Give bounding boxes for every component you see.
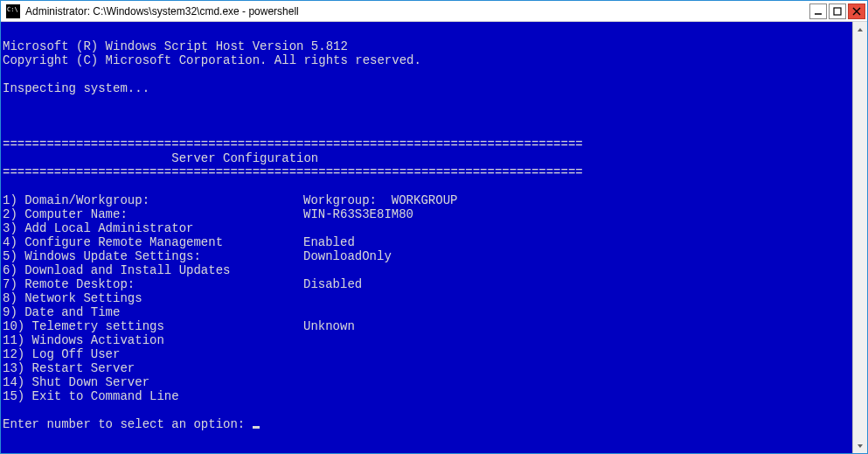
- menu-item-value: Unknown: [303, 319, 852, 333]
- scroll-track[interactable]: [853, 37, 867, 438]
- menu-row: 7) Remote Desktop:Disabled: [3, 277, 852, 291]
- menu-item-value: [303, 305, 852, 319]
- menu-item-label: 11) Windows Activation: [3, 333, 303, 347]
- console-output[interactable]: Microsoft (R) Windows Script Host Versio…: [1, 22, 852, 453]
- menu-item-label: 15) Exit to Command Line: [3, 389, 303, 403]
- close-button[interactable]: [848, 3, 865, 19]
- menu-item-value: [303, 347, 852, 361]
- menu-item-label: 10) Telemetry settings: [3, 319, 303, 333]
- console-body: Microsoft (R) Windows Script Host Versio…: [1, 22, 867, 453]
- menu-row: 6) Download and Install Updates: [3, 263, 852, 277]
- menu-item-label: 7) Remote Desktop:: [3, 277, 303, 291]
- window-title: Administrator: C:\Windows\system32\cmd.e…: [24, 5, 809, 17]
- menu-item-label: 14) Shut Down Server: [3, 375, 303, 389]
- window-controls: [809, 3, 865, 19]
- copyright-line: Copyright (C) Microsoft Corporation. All…: [3, 53, 421, 67]
- command-window: Administrator: C:\Windows\system32\cmd.e…: [0, 0, 868, 454]
- menu-row: 12) Log Off User: [3, 347, 852, 361]
- menu-item-label: 9) Date and Time: [3, 305, 303, 319]
- minimize-button[interactable]: [809, 3, 827, 19]
- menu-row: 10) Telemetry settingsUnknown: [3, 319, 852, 333]
- menu-row: 3) Add Local Administrator: [3, 221, 852, 235]
- menu-row: 15) Exit to Command Line: [3, 389, 852, 403]
- menu-item-value: DownloadOnly: [303, 249, 852, 263]
- text-cursor: [253, 426, 260, 429]
- menu-item-value: Workgroup: WORKGROUP: [303, 193, 852, 207]
- svg-marker-5: [858, 444, 863, 448]
- menu-row: 13) Restart Server: [3, 361, 852, 375]
- input-prompt: Enter number to select an option:: [3, 417, 253, 431]
- menu-row: 1) Domain/Workgroup:Workgroup: WORKGROUP: [3, 193, 852, 207]
- svg-rect-1: [834, 8, 841, 15]
- scroll-up-arrow[interactable]: [853, 22, 867, 37]
- menu-item-value: [303, 333, 852, 347]
- menu-item-label: 1) Domain/Workgroup:: [3, 193, 303, 207]
- menu-item-label: 13) Restart Server: [3, 361, 303, 375]
- config-title: Server Configuration: [3, 151, 318, 165]
- menu-item-label: 6) Download and Install Updates: [3, 263, 303, 277]
- menu-list: 1) Domain/Workgroup:Workgroup: WORKGROUP…: [3, 193, 852, 403]
- menu-item-label: 5) Windows Update Settings:: [3, 249, 303, 263]
- inspecting-line: Inspecting system...: [3, 81, 149, 95]
- menu-row: 9) Date and Time: [3, 305, 852, 319]
- menu-item-value: Disabled: [303, 277, 852, 291]
- menu-item-label: 8) Network Settings: [3, 291, 303, 305]
- menu-row: 11) Windows Activation: [3, 333, 852, 347]
- divider-bottom: ========================================…: [3, 165, 583, 179]
- menu-item-value: Enabled: [303, 235, 852, 249]
- menu-row: 5) Windows Update Settings:DownloadOnly: [3, 249, 852, 263]
- menu-item-value: [303, 291, 852, 305]
- menu-item-label: 3) Add Local Administrator: [3, 221, 303, 235]
- menu-item-label: 4) Configure Remote Management: [3, 235, 303, 249]
- vertical-scrollbar[interactable]: [852, 22, 867, 453]
- menu-item-value: [303, 361, 852, 375]
- menu-row: 2) Computer Name:WIN-R63S3E8IM80: [3, 207, 852, 221]
- maximize-button[interactable]: [829, 3, 846, 19]
- menu-row: 8) Network Settings: [3, 291, 852, 305]
- cmd-icon: [6, 4, 20, 18]
- menu-item-value: WIN-R63S3E8IM80: [303, 207, 852, 221]
- svg-marker-4: [858, 28, 863, 31]
- menu-item-value: [303, 221, 852, 235]
- menu-item-label: 2) Computer Name:: [3, 207, 303, 221]
- menu-item-value: [303, 375, 852, 389]
- scroll-down-arrow[interactable]: [853, 438, 867, 453]
- menu-row: 14) Shut Down Server: [3, 375, 852, 389]
- menu-item-label: 12) Log Off User: [3, 347, 303, 361]
- menu-row: 4) Configure Remote ManagementEnabled: [3, 235, 852, 249]
- titlebar[interactable]: Administrator: C:\Windows\system32\cmd.e…: [1, 1, 867, 22]
- divider-top: ========================================…: [3, 137, 583, 151]
- menu-item-value: [303, 389, 852, 403]
- menu-item-value: [303, 263, 852, 277]
- script-host-line: Microsoft (R) Windows Script Host Versio…: [3, 39, 348, 53]
